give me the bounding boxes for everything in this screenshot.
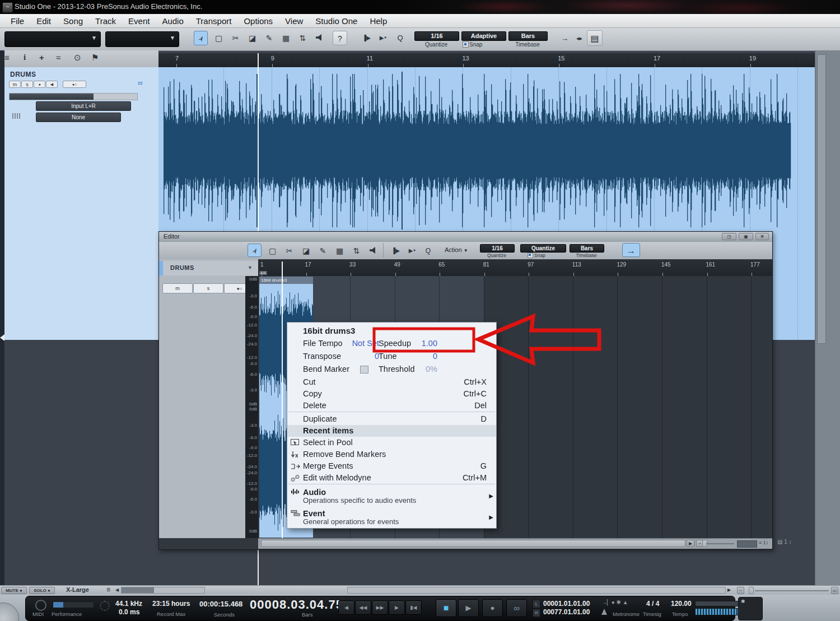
fast-forward-button[interactable]: ▶▶ [372,600,388,615]
chevron-down-icon[interactable]: ▼ [248,265,253,270]
track-input-button[interactable]: Input L+R [36,101,131,111]
menu-item-cut[interactable]: CutCtrl+X [287,376,496,388]
track-solo-button[interactable]: s [21,81,33,88]
menu-item-edit-with-melodyne[interactable]: Edit with MelodyneCtrl+M [287,472,496,484]
scroll-right-button[interactable]: ▶ [687,540,694,547]
left-scrollbar[interactable] [121,587,205,594]
right-dropdown[interactable]: ▼ [105,31,179,47]
track-list-icon[interactable]: ≡ [4,53,10,62]
metronome-setup-icon[interactable]: ⊙ [74,53,81,63]
loop-button[interactable]: ∞ [506,599,527,617]
follow-button[interactable]: → [558,31,572,45]
timebase-value-box[interactable]: Bars [508,31,548,41]
range-tool-button[interactable]: ▢ [212,31,226,45]
track-output-button[interactable]: None [36,113,121,122]
record-button[interactable]: ● [482,599,503,617]
corner-knob[interactable] [0,603,19,621]
menu-event[interactable]: Event [122,16,156,26]
scroll-left-button[interactable]: ◀ [115,587,119,592]
track-monitor-button[interactable]: ◀ [46,81,58,88]
menu-item-event[interactable]: EventGeneral operations for events▶ [287,507,496,528]
editor-play-from-selection-button[interactable]: ▐▶ [389,244,403,258]
bend-tool-button[interactable]: ⇅ [296,31,310,45]
precount-icon[interactable]: →▏● ✱ ▲ [601,599,628,605]
editor-playhead[interactable] [282,262,283,538]
menu-view[interactable]: View [279,16,309,26]
editor-quantize-toggle-button[interactable]: Q [421,244,435,258]
quantize-value-box[interactable]: 1/16 [414,31,459,41]
editor-eraser-tool-button[interactable]: ◪ [299,244,313,258]
global-mute-button[interactable]: MUTE ● [1,587,27,594]
menu-item-remove-bend-markers[interactable]: xRemove Bend Markers [287,449,496,460]
arrange-zoom-icons[interactable]: ▤ 1 ↕ [777,539,792,545]
editor-arrow-tool-button[interactable]: ➢ [248,244,262,257]
zoom-preset-button[interactable]: ▭ [831,587,838,594]
menu-song[interactable]: Song [57,16,89,26]
track-record-button[interactable]: ● [34,81,45,88]
menu-options[interactable]: Options [237,16,279,26]
zoom-out-button[interactable]: − [737,587,744,594]
play-from-selection-button[interactable]: ▐▶ [360,31,374,45]
editor-quantize-value-box[interactable]: 1/16 [480,244,515,253]
menu-studio-one[interactable]: Studio One [309,16,363,26]
action-menu[interactable]: Action ▼ [445,246,468,253]
automation-icon[interactable]: ≈ [56,53,60,62]
zoom-slider-handle[interactable] [749,587,754,594]
editor-autoscroll-button[interactable]: ▶‣ [405,244,419,258]
editor-snap-value-box[interactable]: Quantize [520,244,566,253]
zoom-slider-track[interactable] [755,590,829,591]
editor-follow-button[interactable]: → [622,243,640,257]
global-solo-button[interactable]: SOLO ● [29,587,55,594]
bend-marker-checkbox[interactable] [360,366,368,373]
eraser-tool-button[interactable]: ◪ [245,31,259,45]
left-dropdown[interactable]: ▼ [4,31,101,47]
help-button[interactable]: ? [333,31,347,45]
play-button[interactable]: ▶ [458,599,479,617]
expand-button[interactable]: ◂▸ [572,31,586,45]
video-button[interactable]: ▤ [587,30,603,46]
menu-item-duplicate[interactable]: DuplicateD [287,413,496,425]
drums-waveform[interactable] [162,72,793,230]
snap-value-box[interactable]: Adaptive [461,31,506,41]
scroll-right-button[interactable]: ▶ [727,587,731,592]
arrange-timeline-ruler[interactable]: 791113151719 [158,53,815,68]
metronome-icon[interactable] [601,609,607,615]
tool-corner-box[interactable]: ✱ [738,597,763,620]
bottom-scrollbar[interactable] [347,587,726,594]
track-mute-button[interactable]: m [9,81,21,88]
marker-flag-icon[interactable]: ⚑ [91,53,99,63]
menu-file[interactable]: File [4,16,30,26]
menu-help[interactable]: Help [363,16,393,26]
close-icon[interactable]: ✕ [755,233,769,240]
quantize-toggle-button[interactable]: Q [393,31,407,45]
scroll-left-arrow-icon[interactable] [0,334,4,341]
editor-paint-tool-button[interactable]: ✎ [316,244,330,258]
menu-item-merge-events[interactable]: Merge EventsG [287,460,496,472]
menu-item-audio[interactable]: AudioOperations specific to audio events… [287,485,496,507]
menu-audio[interactable]: Audio [156,16,189,26]
info-value[interactable]: 1.00 [399,338,437,349]
editor-bend-tool-button[interactable]: ⇅ [349,244,363,258]
tempo-value[interactable]: 120.00 [671,600,692,608]
snapshot-icons[interactable]: ≡ 1↕ [759,540,768,545]
editor-range-tool-button[interactable]: ▢ [265,244,279,258]
scrollbar-thumb[interactable] [122,587,154,593]
loop-start-value[interactable]: 00001.01.01.00 [543,600,590,608]
vertical-scrollbar[interactable] [817,54,826,344]
maximize-window-icon[interactable]: ▣ [739,233,753,240]
clip-name-label[interactable]: 16bit drums3 [259,277,313,284]
menu-item-select-in-pool[interactable]: Select in Pool [287,437,496,449]
next-marker-button[interactable]: ▶ [389,600,405,615]
inspector-icon[interactable]: i [24,53,26,62]
listen-tool-button[interactable] [312,31,326,45]
menu-item-copy[interactable]: CopyCtrl+C [287,388,496,400]
zoom-preset-block[interactable] [737,540,757,548]
info-value[interactable]: 0% [399,363,437,375]
menu-edit[interactable]: Edit [30,16,57,26]
editor-timebase-value-box[interactable]: Bars [570,244,604,253]
list-icon[interactable]: ≡ [106,586,110,594]
editor-scrollbar[interactable]: ▶ − ≡ 1↕ [258,538,772,549]
prev-marker-button[interactable]: ◀ [338,600,354,615]
snap-mode-icon[interactable] [463,41,469,48]
detach-window-icon[interactable]: ◳ [722,233,736,240]
